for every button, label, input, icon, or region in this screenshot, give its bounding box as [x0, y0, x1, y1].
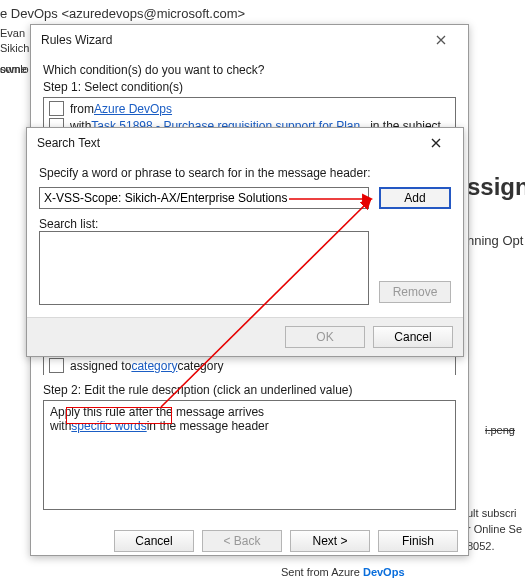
search-prompt: Specify a word or phrase to search for i… [39, 166, 451, 180]
cancel-button[interactable]: Cancel [373, 326, 453, 348]
rules-step2-label: Step 2: Edit the rule description (click… [43, 383, 456, 397]
bg-devops-link[interactable]: DevOps [363, 566, 405, 578]
finish-button[interactable]: Finish [378, 530, 458, 552]
bg-peng: i.peng [485, 424, 515, 436]
bg-sent-from-text: Sent from Azure [281, 566, 363, 578]
cond-assigned-link[interactable]: category [131, 359, 177, 373]
ok-button[interactable]: OK [285, 326, 365, 348]
bg-ult-subscri: ult subscri [467, 507, 517, 519]
rules-question: Which condition(s) do you want to check? [43, 63, 456, 77]
cond-assigned-suffix: category [177, 359, 223, 373]
next-button[interactable]: Next > [290, 530, 370, 552]
rules-footer: Cancel < Back Next > Finish [31, 522, 468, 560]
search-text-title: Search Text [37, 136, 100, 150]
search-text-dialog: Search Text Specify a word or phrase to … [26, 127, 464, 357]
rules-wizard-title: Rules Wizard [41, 33, 112, 47]
cond-assigned-row[interactable]: assigned to category category [43, 356, 456, 375]
bg-from: e DevOps <azuredevops@microsoft.com> [0, 6, 245, 21]
cond-from-link[interactable]: Azure DevOps [94, 102, 172, 116]
cond-assigned-prefix: assigned to [70, 359, 131, 373]
search-input[interactable] [39, 187, 369, 209]
add-button[interactable]: Add [379, 187, 451, 209]
cond-from-prefix: from [70, 102, 94, 116]
cond-from-row[interactable]: from Azure DevOps [49, 101, 450, 116]
search-list-label: Search list: [39, 217, 451, 231]
rules-wizard-titlebar: Rules Wizard [31, 25, 468, 55]
rules-step1-label: Step 1: Select condition(s) [43, 80, 456, 94]
checkbox-icon[interactable] [49, 101, 64, 116]
bg-sent-from: Sent from Azure DevOps [281, 566, 405, 578]
search-list[interactable] [39, 231, 369, 305]
cancel-button[interactable]: Cancel [114, 530, 194, 552]
close-icon[interactable] [415, 129, 457, 157]
bg-8052: 8052. [467, 540, 495, 552]
bg-online-se: r Online Se [467, 523, 522, 535]
back-button[interactable]: < Back [202, 530, 282, 552]
bg-evan: Evan [0, 27, 25, 39]
bg-sikich: Sikich [0, 42, 29, 54]
remove-button[interactable]: Remove [379, 281, 451, 303]
bg-nning-opt: nning Opt [467, 233, 523, 248]
close-icon[interactable] [420, 26, 462, 54]
checkbox-icon[interactable] [49, 358, 64, 373]
annotation-redbox [66, 407, 172, 424]
search-text-titlebar: Search Text [27, 128, 463, 158]
bg-ssign: ssign [467, 173, 525, 201]
